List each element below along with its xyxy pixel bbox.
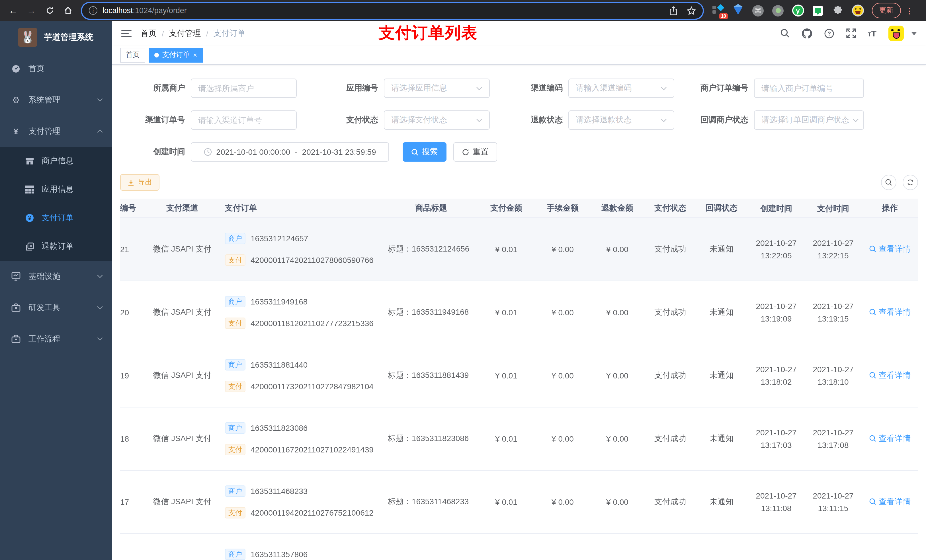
pay-status: 支付成功 [645,370,695,381]
extensions-puzzle-icon[interactable] [831,4,844,17]
avatar-caret-icon[interactable] [911,32,917,35]
browser-home-button[interactable] [61,3,75,18]
chrome-update-button[interactable]: 更新 [872,3,901,18]
pay-order-table: 编号 支付渠道 支付订单 商品标题 支付金额 手续金额 退款金额 支付状态 回调… [120,199,918,560]
sidebar-item-pay-order[interactable]: ¥ 支付订单 [0,204,112,232]
active-tab-dot [154,53,159,57]
merchant-order-no: 1635311823086 [251,423,307,433]
table-row: 20 微信 JSAPI 支付 商户 1635311949168 支付 42000… [120,281,918,344]
pay-order-cell: 商户 1635311949168 支付 42000011812021102777… [223,295,386,330]
notify-status-filter-select[interactable]: 请选择订单回调商户状态 [754,110,864,130]
chevron-up-icon [97,129,103,133]
pay-time-cell: 2021-10-2713:19:15 [805,300,862,325]
browser-back-button[interactable]: ← [6,3,21,18]
font-size-icon[interactable]: TT [868,29,876,38]
view-detail-link[interactable]: 查看详情 [869,307,911,318]
sidebar-item-workflow[interactable]: 工作流程 [0,323,112,355]
pay-status-filter-select[interactable]: 请选择支付状态 [384,110,490,130]
sketch-extension-icon[interactable] [732,4,744,17]
channel-pay-no: 4200001181202110277723215336 [251,319,374,328]
reset-button[interactable]: 重置 [453,142,497,162]
pay-time-cell: 2021-10-2713:22:15 [805,237,862,262]
toggle-search-icon[interactable] [881,175,896,190]
browser-forward-button[interactable]: → [24,3,39,18]
recorder-extension-icon[interactable] [772,4,784,17]
sidebar-collapse-icon[interactable] [121,30,132,37]
help-icon[interactable]: ? [824,28,834,38]
breadcrumb-home[interactable]: 首页 [141,28,157,38]
command-extension-icon[interactable]: ⌘ [752,4,764,17]
channel-code-filter-select[interactable]: 请输入渠道编码 [568,78,674,98]
merchant-no-line: 商户 1635311881440 [225,358,383,371]
chat-extension-icon[interactable] [811,4,824,17]
tab-close-icon[interactable]: × [193,51,197,59]
address-bar[interactable]: i localhost:1024/pay/order [82,3,703,18]
monitor-chart-icon [11,272,21,281]
chevron-down-icon [97,98,103,102]
breadcrumb-parent[interactable]: 支付管理 [169,28,201,38]
create-time-range-input[interactable]: 2021-10-01 00:00:00 - 2021-10-31 23:59:5… [191,142,389,162]
logo-image: 🐰 [18,27,37,46]
extension-tray: 10 ⌘ y [712,4,864,17]
sidebar-item-merchant-info[interactable]: 商户信息 [0,147,112,175]
tab-home[interactable]: 首页 [120,48,145,62]
pay-order-cell: 商户 1635311823086 支付 42000011672021102710… [223,421,386,456]
action-cell: 查看详情 [862,497,918,507]
sidebar-item-home[interactable]: 首页 [0,53,112,84]
view-detail-link[interactable]: 查看详情 [869,370,911,381]
browser-reload-button[interactable] [42,3,57,18]
bookmark-star-icon[interactable] [687,6,696,15]
refund-amount: ¥ 0.00 [589,434,645,443]
briefcase-icon [11,303,21,312]
copy-document-icon [25,242,34,251]
share-icon[interactable] [669,6,678,15]
logo[interactable]: 🐰 芋道管理系统 [0,21,112,53]
browser-menu-icon[interactable]: ⋮ [905,9,909,12]
sidebar-item-system[interactable]: ⚙ 系统管理 [0,84,112,116]
fullscreen-icon[interactable] [846,29,856,38]
table-row: 17 微信 JSAPI 支付 商户 1635311468233 支付 42000… [120,471,918,534]
site-info-icon[interactable]: i [89,6,97,15]
sidebar-item-infrastructure[interactable]: 基础设施 [0,261,112,292]
app-filter-select[interactable]: 请选择应用信息 [384,78,490,98]
pay-no-line: 支付 4200001173202110272847982104 [225,380,383,393]
product-title: 标题：1635311468233 [386,497,477,507]
dashboard-icon [11,64,21,73]
order-id: 17 [120,497,142,507]
merchant-order-no-filter-input[interactable] [754,78,864,98]
order-id: 19 [120,371,142,380]
channel-order-no-filter-input[interactable] [191,110,297,130]
pay-order-cell: 商户 1635312124657 支付 42000011742021102780… [223,232,386,267]
table-body: 21 微信 JSAPI 支付 商户 1635312124657 支付 42000… [120,218,918,560]
refund-amount: ¥ 0.00 [589,497,645,507]
pay-time-cell: 2021-10-2713:17:08 [805,426,862,451]
sidebar-item-refund-order[interactable]: 退款订单 [0,232,112,261]
merchant-filter-input[interactable] [191,78,297,98]
fee-amount: ¥ 0.00 [536,434,589,443]
github-icon[interactable] [802,28,812,38]
pay-amount: ¥ 0.01 [477,434,536,443]
y-extension-icon[interactable]: y [791,4,804,17]
user-avatar[interactable] [888,26,904,41]
shop-icon [25,157,34,165]
profile-avatar-icon[interactable] [851,4,864,17]
product-title: 标题：1635312124656 [386,244,477,254]
tab-pay-order[interactable]: 支付订单 × [149,48,203,62]
app-filter-label: 应用编号 [307,83,378,93]
sidebar-item-payment[interactable]: ¥ 支付管理 [0,116,112,147]
pinned-extension-icon[interactable]: 10 [712,4,725,17]
search-icon[interactable] [780,29,790,38]
notify-status: 未通知 [695,307,748,318]
pay-status: 支付成功 [645,307,695,318]
view-detail-link[interactable]: 查看详情 [869,244,911,254]
sidebar-item-app-info[interactable]: 应用信息 [0,175,112,204]
search-button[interactable]: 搜索 [402,142,446,162]
pay-channel: 微信 JSAPI 支付 [142,497,223,507]
view-detail-link[interactable]: 查看详情 [869,434,911,444]
refund-status-filter-select[interactable]: 请选择退款状态 [568,110,674,130]
export-button[interactable]: 导出 [120,174,159,191]
refresh-icon[interactable] [903,175,918,190]
sidebar-item-dev-tools[interactable]: 研发工具 [0,292,112,323]
pay-time-cell: 2021-10-2713:11:15 [805,489,862,515]
view-detail-link[interactable]: 查看详情 [869,497,911,507]
